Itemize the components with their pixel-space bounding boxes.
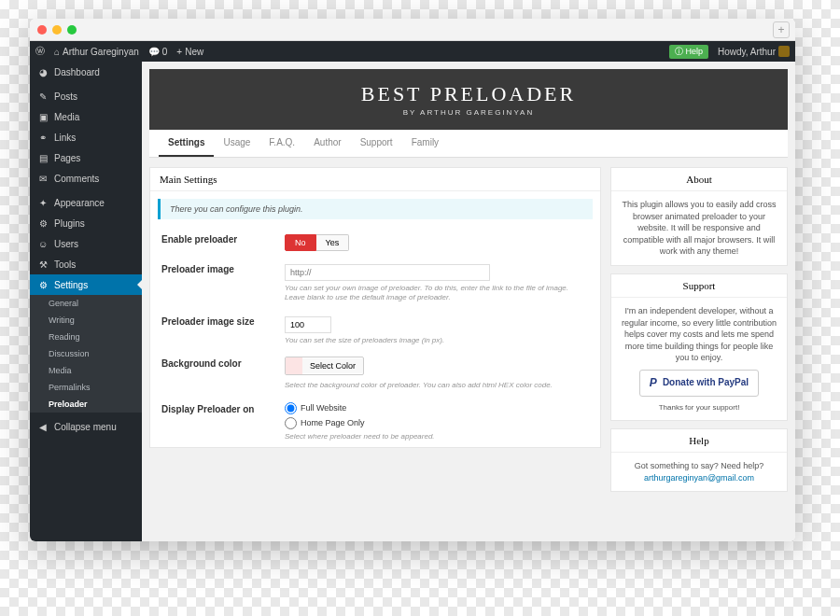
display-desc: Select where preloader need to be appear…	[285, 432, 589, 441]
help-email-link[interactable]: arthurgareginyan@gmail.com	[644, 473, 754, 483]
tools-icon: ⚒	[37, 259, 49, 270]
media-icon: ▣	[37, 111, 49, 122]
image-desc: You can set your own image of preloader.…	[285, 284, 589, 303]
support-title: Support	[611, 274, 787, 298]
posts-icon: ✎	[37, 91, 49, 102]
plugin-title: BEST PRELOADER	[149, 82, 788, 106]
links-icon: ⚭	[37, 132, 49, 143]
tab-support[interactable]: Support	[351, 130, 402, 157]
new-content[interactable]: + New	[176, 47, 203, 57]
sidebar-sub-media[interactable]: Media	[30, 362, 142, 379]
about-body: This plugin allows you to easily add cro…	[611, 191, 787, 265]
sidebar-item-links[interactable]: ⚭Links	[30, 127, 142, 147]
comments-icon: ✉	[37, 173, 49, 184]
display-full-radio[interactable]: Full Website	[285, 402, 589, 414]
new-tab-button[interactable]: +	[773, 21, 790, 38]
main-settings-panel: Main Settings There you can configure th…	[149, 167, 601, 448]
donate-button[interactable]: P Donate with PayPal	[639, 370, 759, 397]
sidebar-sub-discussion[interactable]: Discussion	[30, 345, 142, 362]
size-input[interactable]	[285, 316, 331, 333]
tab-settings[interactable]: Settings	[159, 130, 214, 157]
tab-usage[interactable]: Usage	[214, 130, 259, 157]
help-body: Got something to say? Need help?	[621, 460, 777, 472]
sidebar-item-media[interactable]: ▣Media	[30, 106, 142, 127]
tab-family[interactable]: Family	[402, 130, 448, 157]
tab-faq[interactable]: F.A.Q.	[259, 130, 304, 157]
settings-icon: ⚙	[37, 279, 49, 290]
sidebar-item-appearance[interactable]: ✦Appearance	[30, 192, 142, 213]
users-icon: ☺	[37, 238, 49, 249]
maximize-icon[interactable]	[67, 25, 77, 35]
bg-desc: Select the background color of preloader…	[285, 381, 589, 390]
plugin-subtitle: BY ARTHUR GAREGINYAN	[149, 108, 788, 117]
support-panel: Support I'm an independent developer, wi…	[610, 273, 788, 421]
tab-author[interactable]: Author	[304, 130, 350, 157]
plugins-icon: ⚙	[37, 217, 49, 229]
bg-color-button[interactable]: Select Color	[285, 357, 364, 375]
enable-label: Enable preloader	[161, 232, 273, 251]
comments-count[interactable]: 💬 0	[148, 47, 168, 57]
enable-toggle: No Yes	[285, 234, 349, 251]
help-title: Help	[611, 429, 787, 453]
enable-yes-button[interactable]: Yes	[316, 234, 350, 251]
minimize-icon[interactable]	[52, 25, 62, 35]
wp-logo-icon[interactable]: ⓦ	[35, 45, 45, 58]
support-body: I'm an independent developer, without a …	[621, 305, 777, 364]
help-badge[interactable]: ⓘ Help	[669, 45, 708, 59]
sidebar-item-settings[interactable]: ⚙Settings	[30, 274, 142, 295]
sidebar-item-pages[interactable]: ▤Pages	[30, 147, 142, 168]
dashboard-icon: ◕	[37, 66, 49, 77]
content-area: BEST PRELOADER BY ARTHUR GAREGINYAN Sett…	[142, 62, 795, 541]
window-titlebar: +	[30, 19, 795, 41]
support-thanks: Thanks for your support!	[621, 402, 777, 413]
display-home-radio[interactable]: Home Page Only	[285, 417, 589, 429]
color-button-label: Select Color	[302, 358, 363, 373]
bg-label: Background color	[161, 357, 273, 390]
close-icon[interactable]	[37, 25, 47, 35]
sidebar-sub-general[interactable]: General	[30, 295, 142, 312]
sidebar-sub-preloader[interactable]: Preloader	[30, 396, 142, 413]
display-label: Display Preloader on	[161, 402, 273, 441]
color-swatch	[286, 357, 302, 374]
about-title: About	[611, 168, 787, 191]
collapse-icon: ◀	[37, 421, 49, 432]
appearance-icon: ✦	[37, 197, 49, 208]
admin-sidebar: ◕Dashboard ✎Posts ▣Media ⚭Links ▤Pages ✉…	[30, 62, 142, 541]
size-label: Preloader image size	[161, 315, 273, 345]
sidebar-item-plugins[interactable]: ⚙Plugins	[30, 213, 142, 233]
plugin-hero: BEST PRELOADER BY ARTHUR GAREGINYAN	[149, 69, 788, 130]
avatar	[778, 46, 790, 57]
enable-no-button[interactable]: No	[285, 234, 316, 251]
help-panel: Help Got something to say? Need help? ar…	[610, 428, 788, 492]
about-panel: About This plugin allows you to easily a…	[610, 167, 788, 266]
sidebar-sub-writing[interactable]: Writing	[30, 312, 142, 329]
image-label: Preloader image	[161, 262, 273, 303]
settings-notice: There you can configure this plugin.	[158, 199, 593, 219]
sidebar-item-tools[interactable]: ⚒Tools	[30, 254, 142, 274]
sidebar-sub-permalinks[interactable]: Permalinks	[30, 379, 142, 396]
wp-admin-bar: ⓦ ⌂ Arthur Gareginyan 💬 0 + New ⓘ Help H…	[30, 41, 795, 62]
sidebar-item-comments[interactable]: ✉Comments	[30, 168, 142, 189]
site-name[interactable]: ⌂ Arthur Gareginyan	[54, 47, 139, 57]
plugin-tabs: Settings Usage F.A.Q. Author Support Fam…	[149, 130, 788, 158]
sidebar-sub-reading[interactable]: Reading	[30, 329, 142, 345]
howdy-user[interactable]: Howdy, Arthur	[718, 46, 790, 57]
pages-icon: ▤	[37, 152, 49, 163]
sidebar-item-users[interactable]: ☺Users	[30, 233, 142, 254]
main-settings-title: Main Settings	[150, 168, 600, 191]
sidebar-item-posts[interactable]: ✎Posts	[30, 86, 142, 106]
image-input[interactable]	[285, 264, 490, 281]
collapse-menu[interactable]: ◀Collapse menu	[30, 416, 142, 437]
sidebar-item-dashboard[interactable]: ◕Dashboard	[30, 62, 142, 82]
paypal-icon: P	[650, 375, 657, 391]
size-desc: You can set the size of preloaders image…	[285, 336, 589, 345]
